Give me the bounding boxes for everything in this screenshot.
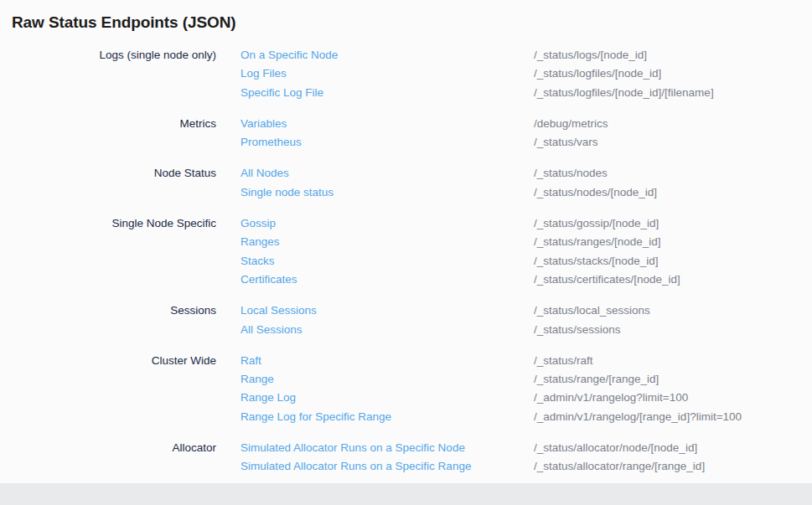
endpoint-row: Range /_status/range/[range_id] — [240, 370, 812, 389]
category-label: Node Status — [0, 164, 216, 183]
footer-strip — [0, 483, 812, 505]
endpoint-row: Range Log for Specific Range /_admin/v1/… — [240, 408, 812, 426]
endpoint-rows: On a Specific Node /_status/logs/[node_i… — [240, 46, 812, 102]
category-label: Cluster Wide — [0, 352, 216, 370]
endpoint-path: /debug/metrics — [534, 115, 608, 133]
endpoint-rows: Simulated Allocator Runs on a Specific N… — [240, 439, 812, 477]
endpoint-row: Log Files /_status/logfiles/[node_id] — [240, 64, 812, 83]
endpoint-section: Metrics Variables /debug/metrics Prometh… — [0, 115, 812, 152]
category-label: Single Node Specific — [0, 214, 216, 233]
endpoint-section: Node Status All Nodes /_status/nodes Sin… — [0, 164, 812, 202]
endpoint-link[interactable]: Prometheus — [240, 133, 534, 152]
endpoint-row: Ranges /_status/ranges/[node_id] — [240, 233, 812, 251]
endpoint-path: /_status/range/[range_id] — [534, 370, 659, 389]
endpoint-link[interactable]: Specific Log File — [240, 84, 534, 102]
page-title: Raw Status Endpoints (JSON) — [0, 0, 812, 33]
endpoint-row: On a Specific Node /_status/logs/[node_i… — [240, 46, 812, 64]
endpoint-row: Simulated Allocator Runs on a Specific N… — [240, 439, 812, 457]
endpoint-path: /_status/certificates/[node_id] — [534, 271, 680, 289]
endpoint-rows: Raft /_status/raft Range /_status/range/… — [240, 352, 812, 426]
endpoint-row: Simulated Allocator Runs on a Specific R… — [240, 457, 812, 476]
endpoint-path: /_admin/v1/rangelog/[range_id]?limit=100 — [534, 408, 742, 426]
endpoint-section: Single Node Specific Gossip /_status/gos… — [0, 214, 812, 289]
endpoint-rows: Variables /debug/metrics Prometheus /_st… — [240, 115, 812, 152]
endpoint-path: /_status/gossip/[node_id] — [534, 214, 659, 233]
endpoint-link[interactable]: Certificates — [240, 271, 534, 289]
endpoint-link[interactable]: Gossip — [240, 214, 534, 233]
endpoint-row: Raft /_status/raft — [240, 352, 812, 370]
endpoint-link[interactable]: Simulated Allocator Runs on a Specific R… — [240, 457, 534, 476]
category-label: Metrics — [0, 115, 216, 133]
endpoint-link[interactable]: Range — [240, 370, 534, 389]
endpoint-link[interactable]: Ranges — [240, 233, 534, 251]
endpoint-row: Specific Log File /_status/logfiles/[nod… — [240, 84, 812, 102]
endpoint-path: /_status/vars — [534, 133, 598, 152]
endpoint-path: /_status/logs/[node_id] — [534, 46, 647, 64]
endpoint-link[interactable]: Log Files — [240, 64, 534, 83]
endpoint-path: /_status/local_sessions — [534, 301, 650, 320]
endpoint-path: /_status/allocator/node/[node_id] — [534, 439, 697, 457]
endpoint-path: /_admin/v1/rangelog?limit=100 — [534, 389, 688, 407]
endpoint-path: /_status/ranges/[node_id] — [534, 233, 661, 251]
endpoint-link[interactable]: All Sessions — [240, 321, 534, 339]
endpoint-link[interactable]: All Nodes — [240, 164, 534, 183]
endpoint-rows: Local Sessions /_status/local_sessions A… — [240, 301, 812, 339]
endpoint-path: /_status/sessions — [534, 321, 621, 339]
endpoint-row: Stacks /_status/stacks/[node_id] — [240, 252, 812, 271]
endpoint-link[interactable]: Simulated Allocator Runs on a Specific N… — [240, 439, 534, 457]
endpoint-section: Sessions Local Sessions /_status/local_s… — [0, 301, 812, 339]
endpoint-row: Gossip /_status/gossip/[node_id] — [240, 214, 812, 233]
endpoint-link[interactable]: Stacks — [240, 252, 534, 271]
endpoint-path: /_status/raft — [534, 352, 593, 370]
category-label: Allocator — [0, 439, 216, 457]
endpoint-link[interactable]: Range Log — [240, 389, 534, 407]
endpoint-path: /_status/logfiles/[node_id]/[filename] — [534, 84, 714, 102]
category-label: Sessions — [0, 301, 216, 320]
endpoint-path: /_status/nodes — [534, 164, 608, 183]
endpoint-row: Range Log /_admin/v1/rangelog?limit=100 — [240, 389, 812, 407]
endpoint-section: Allocator Simulated Allocator Runs on a … — [0, 439, 812, 477]
endpoint-row: Prometheus /_status/vars — [240, 133, 812, 152]
endpoint-row: Single node status /_status/nodes/[node_… — [240, 183, 812, 202]
endpoint-link[interactable]: Local Sessions — [240, 301, 534, 320]
endpoint-link[interactable]: Range Log for Specific Range — [240, 408, 534, 426]
endpoint-row: All Nodes /_status/nodes — [240, 164, 812, 183]
endpoint-rows: All Nodes /_status/nodes Single node sta… — [240, 164, 812, 202]
endpoint-row: Certificates /_status/certificates/[node… — [240, 271, 812, 289]
endpoint-path: /_status/logfiles/[node_id] — [534, 64, 661, 83]
endpoint-row: All Sessions /_status/sessions — [240, 321, 812, 339]
endpoint-path: /_status/stacks/[node_id] — [534, 252, 659, 271]
endpoint-rows: Gossip /_status/gossip/[node_id] Ranges … — [240, 214, 812, 289]
endpoint-row: Local Sessions /_status/local_sessions — [240, 301, 812, 320]
endpoint-section: Logs (single node only) On a Specific No… — [0, 46, 812, 102]
endpoint-link[interactable]: Variables — [240, 115, 534, 133]
endpoint-path: /_status/nodes/[node_id] — [534, 183, 657, 202]
endpoint-link[interactable]: Single node status — [240, 183, 534, 202]
endpoint-row: Variables /debug/metrics — [240, 115, 812, 133]
endpoint-section: Cluster Wide Raft /_status/raft Range /_… — [0, 352, 812, 426]
endpoint-link[interactable]: Raft — [240, 352, 534, 370]
category-label: Logs (single node only) — [0, 46, 216, 64]
endpoint-link[interactable]: On a Specific Node — [240, 46, 534, 64]
endpoint-sections: Logs (single node only) On a Specific No… — [0, 46, 812, 477]
endpoint-path: /_status/allocator/range/[range_id] — [534, 457, 705, 476]
raw-status-endpoints-page: Raw Status Endpoints (JSON) Logs (single… — [0, 0, 812, 477]
